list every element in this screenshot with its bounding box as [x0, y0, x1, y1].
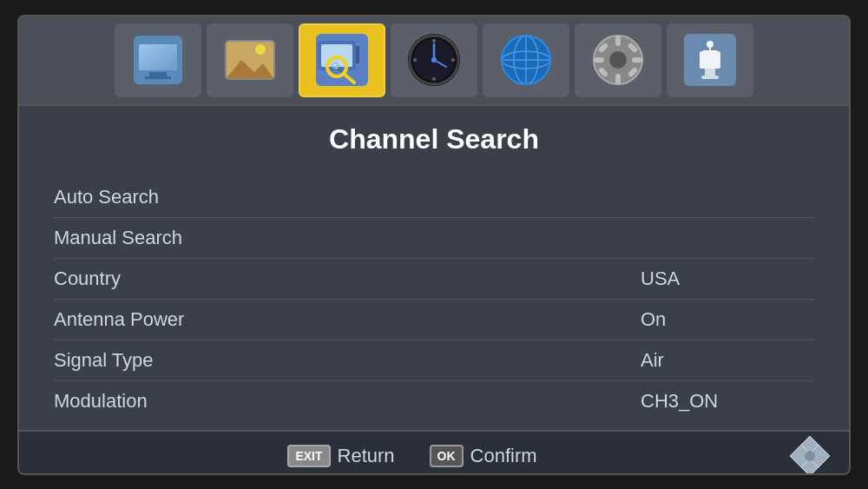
- svg-point-20: [432, 39, 436, 43]
- antenna-power-value: On: [641, 308, 814, 331]
- svg-point-44: [707, 41, 713, 48]
- ok-badge: OK: [430, 445, 464, 467]
- svg-rect-41: [700, 51, 720, 69]
- svg-line-13: [344, 74, 354, 83]
- signal-type-label: Signal Type: [54, 349, 641, 372]
- svg-rect-42: [705, 69, 715, 76]
- menu-row-country[interactable]: Country USA: [54, 259, 814, 300]
- svg-text:🔍: 🔍: [332, 62, 343, 73]
- nav-item-settings[interactable]: [575, 23, 661, 97]
- svg-point-22: [413, 58, 417, 62]
- footer: EXIT Return OK Confirm: [19, 430, 849, 475]
- svg-rect-34: [594, 57, 604, 63]
- nav-item-clock[interactable]: [391, 23, 477, 97]
- menu-row-auto-search[interactable]: Auto Search: [54, 177, 814, 218]
- svg-rect-35: [632, 57, 642, 63]
- nav-item-usb[interactable]: [667, 23, 753, 97]
- menu-row-manual-search[interactable]: Manual Search: [54, 218, 814, 259]
- svg-point-6: [255, 44, 266, 55]
- svg-point-51: [805, 451, 815, 461]
- menu-row-modulation[interactable]: Modulation CH3_ON: [54, 381, 814, 421]
- exit-badge: EXIT: [287, 445, 330, 467]
- exit-button[interactable]: EXIT Return: [287, 445, 394, 467]
- nav-item-tv[interactable]: [115, 23, 201, 97]
- svg-rect-3: [149, 72, 167, 76]
- svg-point-23: [451, 58, 455, 62]
- svg-rect-4: [145, 76, 171, 79]
- auto-search-label: Auto Search: [54, 186, 641, 208]
- exit-label: Return: [338, 445, 395, 467]
- main-content: Channel Search Auto Search Manual Search…: [19, 106, 849, 430]
- nav-item-globe[interactable]: [483, 23, 569, 97]
- svg-point-21: [432, 77, 436, 81]
- page-title: Channel Search: [54, 123, 814, 155]
- nav-item-photo[interactable]: [207, 23, 293, 97]
- svg-point-31: [609, 51, 627, 69]
- ok-label: Confirm: [470, 445, 537, 467]
- modulation-value: CH3_ON: [641, 390, 814, 413]
- nav-item-search[interactable]: 🔍: [299, 23, 385, 97]
- menu-row-antenna-power[interactable]: Antenna Power On: [54, 300, 814, 340]
- svg-rect-11: [356, 46, 359, 63]
- antenna-power-label: Antenna Power: [54, 308, 641, 331]
- nav-cross-icon[interactable]: [788, 434, 832, 475]
- svg-rect-2: [139, 44, 177, 70]
- country-value: USA: [641, 268, 814, 290]
- country-label: Country: [54, 268, 641, 290]
- modulation-label: Modulation: [54, 390, 641, 413]
- svg-rect-32: [615, 36, 621, 46]
- ok-button[interactable]: OK Confirm: [430, 445, 537, 467]
- svg-rect-43: [701, 76, 719, 79]
- signal-type-value: Air: [641, 349, 814, 372]
- menu-list: Auto Search Manual Search Country USA An…: [54, 177, 814, 421]
- screen: 🔍: [17, 15, 851, 475]
- menu-row-signal-type[interactable]: Signal Type Air: [54, 340, 814, 381]
- manual-search-label: Manual Search: [54, 227, 641, 249]
- footer-buttons: EXIT Return OK Confirm: [287, 445, 536, 467]
- svg-rect-33: [615, 74, 621, 84]
- nav-bar: 🔍: [19, 17, 849, 106]
